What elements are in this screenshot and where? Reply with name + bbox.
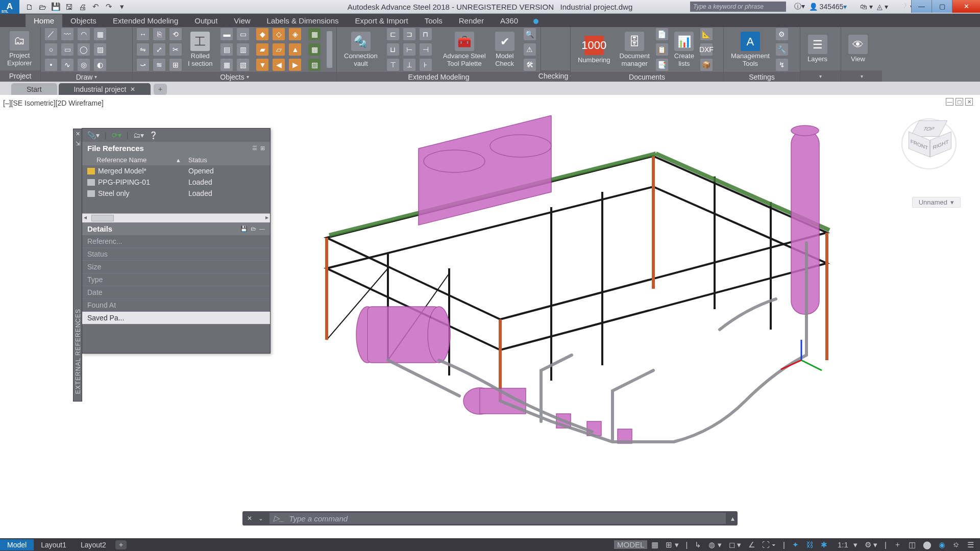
model-indicator[interactable]: MODEL [614,540,647,549]
offset-icon[interactable]: ≋ [153,59,165,71]
nav3-icon[interactable]: ✱ [818,540,830,549]
detail-savedpath[interactable]: Saved Pa... [82,312,270,324]
mirror-icon[interactable]: ⇋ [137,43,149,56]
check2-icon[interactable]: ⚠ [524,43,536,56]
tab-labels-dimensions[interactable]: Labels & Dimensions [259,14,347,27]
file-tab-start[interactable]: Start [11,83,57,95]
create-lists-button[interactable]: 📊Create lists [671,31,697,68]
close-button[interactable]: ✕ [952,0,980,13]
view-button[interactable]: 👁View [845,34,871,64]
grating3-icon[interactable]: ▨ [308,59,321,71]
ref-row-merged-model[interactable]: Merged Model* Opened [82,165,270,177]
ring-icon[interactable]: ◎ [78,59,90,71]
plate9-icon[interactable]: ▶ [289,59,301,71]
detail-type[interactable]: Type [82,273,270,286]
document-manager-button[interactable]: 🗄Document manager [617,31,653,68]
spline-icon[interactable]: ∿ [61,59,74,71]
beam4-icon[interactable]: ▥ [237,43,249,56]
joint8-icon[interactable]: ⊥ [403,59,415,71]
ref-row-steel-only[interactable]: Steel only Loaded [82,188,270,199]
panel-objects-label[interactable]: Objects [133,72,336,82]
layers-button[interactable]: ☰Layers [804,34,830,64]
app-logo[interactable]: A [0,0,19,14]
scale-dropdown[interactable]: 1:1 ▾ [831,540,861,549]
joint6-icon[interactable]: ⊣ [420,43,432,56]
ref-scrollbar[interactable] [82,213,270,222]
joint1-icon[interactable]: ⊏ [387,28,399,40]
palette-handle[interactable]: ✕ ⇲ EXTERNAL REFERENCES [73,129,82,402]
circle-icon[interactable]: ○ [45,43,57,56]
add-scale-icon[interactable]: ＋ [891,540,904,549]
clean-icon[interactable]: ◉ [936,540,948,549]
qat-dropdown-icon[interactable]: ▾ [117,2,127,11]
set2-icon[interactable]: 🔧 [776,43,788,56]
model-check-button[interactable]: ✔Model Check [492,31,518,68]
cmd-options-icon[interactable]: ⌄ [256,513,266,523]
viewport-label[interactable]: [–][SE Isometric][2D Wireframe] [3,99,104,107]
doc2-icon[interactable]: 📋 [656,43,668,56]
detail-foundat[interactable]: Found At [82,299,270,312]
vp-maximize-icon[interactable]: ▢ [955,98,963,106]
extend-icon[interactable]: ⤻ [137,59,149,71]
signin-icon[interactable]: 👤 345465 ▾ [809,3,847,11]
connection-vault-button[interactable]: 🔩Connection vault [341,31,381,68]
menu-icon[interactable]: ☰ [964,540,977,549]
grid-icon[interactable]: ▦ [94,28,106,40]
status-tab-model[interactable]: Model [0,539,34,550]
command-line[interactable]: ✕ ⌄ ▷_Type a command ▴ [242,511,738,525]
beam6-icon[interactable]: ▧ [237,59,249,71]
copy-icon[interactable]: ⎘ [153,28,165,40]
add-layout-button[interactable]: ＋ [115,540,127,549]
plate5-icon[interactable]: ▱ [273,43,285,56]
rolled-isection-button[interactable]: 工Rolled I section [185,31,215,68]
undo-icon[interactable]: ↶ [91,2,100,11]
plate6-icon[interactable]: ▲ [289,43,301,56]
detail-size[interactable]: Size [82,261,270,273]
tab-objects[interactable]: Objects [62,14,105,27]
joint3-icon[interactable]: ⊓ [420,28,432,40]
list3-icon[interactable]: 📦 [700,59,713,71]
maximize-button[interactable]: ▢ [932,0,952,13]
ribbon-expand-icon[interactable] [533,19,538,24]
joint7-icon[interactable]: ⊤ [387,59,399,71]
line-icon[interactable]: ／ [45,28,57,40]
doc3-icon[interactable]: 📑 [656,59,668,71]
detail-save-icon[interactable]: 💾 [240,226,248,232]
saveas-icon[interactable]: 🖫 [64,2,74,11]
detail-open-icon[interactable]: 🗁 [251,226,256,232]
exchange-icon[interactable]: 🛍 ▾ [860,3,873,11]
management-tools-button[interactable]: AManagement Tools [728,31,773,68]
refresh-icon[interactable]: ⟳▾ [112,131,121,139]
status-tab-layout2[interactable]: Layout2 [74,539,113,550]
grid-toggle-icon[interactable]: ▦ [648,540,662,549]
tab-a360[interactable]: A360 [492,14,526,27]
list1-icon[interactable]: 📐 [700,28,713,40]
tree-view-icon[interactable]: ⊞ [260,145,265,152]
vp-minimize-icon[interactable]: — [946,98,953,106]
panel-view-label[interactable] [841,70,882,82]
panel-layers-label[interactable] [800,70,841,82]
help-search[interactable]: Type a keyword or phrase [690,2,786,12]
infocenter-icon[interactable]: ⓘ▾ [794,2,805,11]
polyline-icon[interactable]: 〰 [61,28,74,40]
joint9-icon[interactable]: ⊦ [420,59,432,71]
scale-icon[interactable]: ⤢ [153,43,165,56]
snap-toggle-icon[interactable]: ⊞ ▾ [663,540,681,549]
check3-icon[interactable]: 🛠 [524,59,536,71]
otrack-icon[interactable]: ∠ [745,540,758,549]
grating2-icon[interactable]: ▩ [308,43,321,56]
close-tab-icon[interactable]: ✕ [130,86,135,93]
tab-render[interactable]: Render [451,14,492,27]
hwaccel-icon[interactable]: ⬤ [920,540,935,549]
tool-palette-button[interactable]: 🧰Advance Steel Tool Palette [440,31,489,68]
cmd-close-icon[interactable]: ✕ [244,513,255,523]
plate1-icon[interactable]: ◆ [256,28,268,40]
detail-reference[interactable]: Referenc... [82,235,270,248]
drawing-area[interactable]: [–][SE Isometric][2D Wireframe] — ▢ ✕ [0,95,980,538]
tab-output[interactable]: Output [186,14,226,27]
print-icon[interactable]: 🖨 [78,2,87,11]
dynucs-icon[interactable]: ⛶ ▾ [759,540,779,549]
plate3-icon[interactable]: ◈ [289,28,301,40]
redo-icon[interactable]: ↷ [104,2,113,11]
move-icon[interactable]: ↔ [137,28,149,40]
